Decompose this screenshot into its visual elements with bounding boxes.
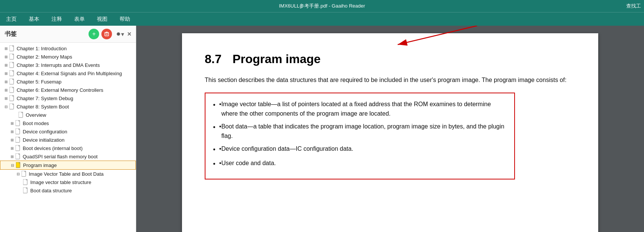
- tree-label-overview: Overview: [26, 112, 46, 118]
- app-title: IMX6ULL参考手册.pdf - Gaaiho Reader: [279, 3, 365, 9]
- search-label[interactable]: 查找工: [626, 3, 641, 9]
- tree-label-quadspi: QuadSPI serial flash memory boot: [23, 154, 98, 159]
- toggle-ch8[interactable]: ⊟: [3, 104, 9, 110]
- tree-item-ch6[interactable]: ⊞ Chapter 6: External Memory Controllers: [0, 86, 136, 94]
- tree-item-boot-data-structure[interactable]: Boot data structure: [0, 186, 136, 195]
- svg-rect-0: [105, 33, 109, 36]
- pdf-area: 8.7 Program image This section describes…: [136, 26, 644, 232]
- tree-item-boot-modes[interactable]: ⊞ Boot modes: [0, 119, 136, 127]
- toggle-device-init[interactable]: ⊞: [9, 137, 15, 143]
- doc-icon-ch8: [9, 104, 15, 110]
- doc-icon-boot-modes: [15, 120, 21, 126]
- main-area: 书签 + ▾ × ⊞ Chapter 1: Introducti: [0, 26, 644, 232]
- sidebar-title: 书签: [5, 30, 17, 38]
- tree-label-ch6: Chapter 6: External Memory Controllers: [17, 87, 103, 93]
- tree-item-ch7[interactable]: ⊞ Chapter 7: System Debug: [0, 94, 136, 102]
- doc-icon-ivt-structure: [23, 179, 29, 185]
- toggle-program-image[interactable]: ⊟: [9, 162, 16, 168]
- tree-item-ch5[interactable]: ⊞ Chapter 5: Fusemap: [0, 77, 136, 86]
- tree-label-device-config: Device configuration: [23, 129, 67, 135]
- svg-rect-2: [107, 34, 107, 35]
- pdf-page: 8.7 Program image This section describes…: [182, 33, 598, 232]
- sidebar-tree: ⊞ Chapter 1: Introduction ⊞ Chapter 2: M…: [0, 43, 136, 232]
- delete-bookmark-button[interactable]: [101, 29, 112, 39]
- svg-rect-1: [106, 34, 106, 35]
- doc-icon-overview: [18, 112, 24, 118]
- tree-label-ch3: Chapter 3: Interrupts and DMA Events: [17, 62, 100, 68]
- menu-help[interactable]: 帮助: [117, 14, 133, 24]
- doc-icon-ivt-boot: [21, 171, 27, 177]
- add-bookmark-button[interactable]: +: [89, 29, 99, 39]
- tree-item-ivt-boot[interactable]: ⊟ Image Vector Table and Boot Data: [0, 170, 136, 178]
- tree-item-ch2[interactable]: ⊞ Chapter 2: Memory Maps: [0, 53, 136, 61]
- bullet-text-0: Image vector table—a list of pointers lo…: [221, 99, 507, 119]
- tree-label-boot-modes: Boot modes: [23, 121, 49, 126]
- settings-button[interactable]: ▾: [114, 29, 125, 39]
- list-item-2: • Device configuration data—IC configura…: [213, 144, 507, 155]
- doc-icon-ch2: [9, 54, 15, 60]
- tree-item-device-init[interactable]: ⊞ Device initialization: [0, 136, 136, 144]
- toggle-quadspi[interactable]: ⊞: [9, 153, 15, 159]
- menu-annotate[interactable]: 注释: [48, 14, 65, 24]
- tree-item-ch1[interactable]: ⊞ Chapter 1: Introduction: [0, 44, 136, 53]
- title-bar: IMX6ULL参考手册.pdf - Gaaiho Reader 查找工: [0, 0, 644, 12]
- bullet-text-1: Boot data—a table that indicates the pro…: [221, 122, 507, 141]
- doc-icon-ch3: [9, 62, 15, 68]
- tree-item-boot-devices[interactable]: ⊞ Boot devices (internal boot): [0, 144, 136, 152]
- sidebar-close-button[interactable]: ×: [127, 30, 131, 38]
- svg-line-42: [398, 26, 477, 45]
- tree-item-device-config[interactable]: ⊞ Device configuration: [0, 127, 136, 136]
- bullet-text-3: User code and data.: [221, 158, 276, 168]
- tree-item-ch4[interactable]: ⊞ Chapter 4: External Signals and Pin Mu…: [0, 69, 136, 77]
- toggle-ch4[interactable]: ⊞: [3, 70, 9, 76]
- doc-icon-device-config: [15, 128, 21, 135]
- sidebar: 书签 + ▾ × ⊞ Chapter 1: Introducti: [0, 26, 136, 232]
- toggle-ch1[interactable]: ⊞: [3, 45, 9, 51]
- doc-icon-boot-devices: [15, 145, 21, 151]
- tree-item-quadspi[interactable]: ⊞ QuadSPI serial flash memory boot: [0, 152, 136, 161]
- sidebar-header: 书签 + ▾ ×: [0, 26, 136, 43]
- tree-item-ivt-structure[interactable]: Image vector table structure: [0, 178, 136, 186]
- body-text: This section describes the data structur…: [205, 75, 576, 85]
- menu-basic[interactable]: 基本: [26, 14, 42, 24]
- tree-item-ch3[interactable]: ⊞ Chapter 3: Interrupts and DMA Events: [0, 61, 136, 69]
- tree-label-ch5: Chapter 5: Fusemap: [17, 79, 62, 85]
- bullet-text-2: Device configuration data—IC configurati…: [221, 144, 353, 154]
- doc-icon-ch6: [9, 87, 15, 93]
- menu-form[interactable]: 表单: [71, 14, 88, 24]
- list-item-1: • Boot data—a table that indicates the p…: [213, 122, 507, 141]
- svg-rect-4: [106, 32, 108, 32]
- doc-icon-ch7: [9, 95, 15, 101]
- toggle-ch6[interactable]: ⊞: [3, 87, 9, 93]
- doc-icon-quadspi: [15, 153, 21, 159]
- tree-label-boot-data-structure: Boot data structure: [30, 188, 72, 193]
- content-box: • Image vector table—a list of pointers …: [205, 93, 515, 179]
- tree-item-ch8[interactable]: ⊟ Chapter 8: System Boot: [0, 102, 136, 111]
- menu-view[interactable]: 视图: [94, 14, 110, 24]
- tree-label-ch4: Chapter 4: External Signals and Pin Mult…: [17, 71, 122, 76]
- search-toolbar[interactable]: 查找工: [626, 0, 644, 12]
- toggle-device-config[interactable]: ⊞: [9, 128, 15, 135]
- section-heading: 8.7 Program image: [205, 52, 576, 66]
- toggle-ch7[interactable]: ⊞: [3, 95, 9, 101]
- toggle-boot-modes[interactable]: ⊞: [9, 120, 15, 126]
- tree-label-ivt-boot: Image Vector Table and Boot Data: [29, 171, 104, 177]
- doc-icon-ch4: [9, 70, 15, 76]
- doc-icon-device-init: [15, 137, 21, 143]
- tree-item-program-image[interactable]: ⊟ Program image: [0, 161, 136, 170]
- section-title-text: Program image: [232, 52, 320, 66]
- toggle-boot-devices[interactable]: ⊞: [9, 145, 15, 151]
- list-item-0: • Image vector table—a list of pointers …: [213, 99, 507, 119]
- doc-icon-program-image: [16, 162, 22, 168]
- tree-item-overview[interactable]: — Overview: [0, 111, 136, 119]
- section-number: 8.7: [205, 52, 221, 66]
- tree-label-ch8: Chapter 8: System Boot: [17, 104, 69, 110]
- toggle-ivt-boot[interactable]: ⊟: [15, 171, 21, 177]
- toggle-ch3[interactable]: ⊞: [3, 62, 9, 68]
- menu-home[interactable]: 主页: [3, 14, 20, 24]
- toggle-ch2[interactable]: ⊞: [3, 54, 9, 60]
- list-item-3: • User code and data.: [213, 158, 507, 170]
- tree-label-ch7: Chapter 7: System Debug: [17, 96, 73, 101]
- toggle-ch5[interactable]: ⊞: [3, 79, 9, 85]
- tree-label-program-image: Program image: [23, 162, 57, 168]
